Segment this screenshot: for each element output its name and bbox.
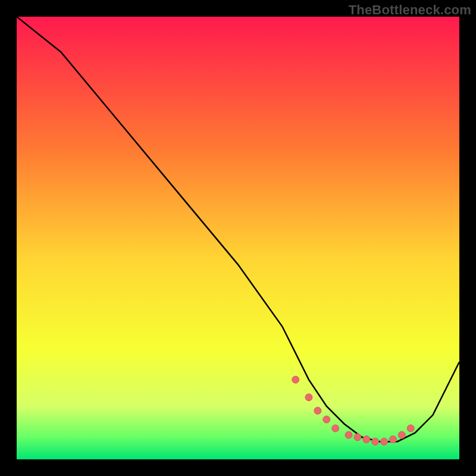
marker-point [305,394,312,401]
marker-point [398,431,405,439]
marker-point [345,431,352,439]
marker-point [323,416,330,423]
watermark-text: TheBottleneck.com [349,2,471,18]
marker-point [407,425,414,432]
marker-point [389,436,396,443]
marker-point [372,438,379,445]
chart-svg [17,17,459,459]
marker-point [314,407,321,414]
marker-point [292,376,299,383]
marker-point [363,436,370,443]
marker-point [381,438,388,445]
chart-frame [17,17,459,459]
gradient-bg [17,17,459,459]
marker-point [354,434,361,441]
marker-point [332,425,339,432]
